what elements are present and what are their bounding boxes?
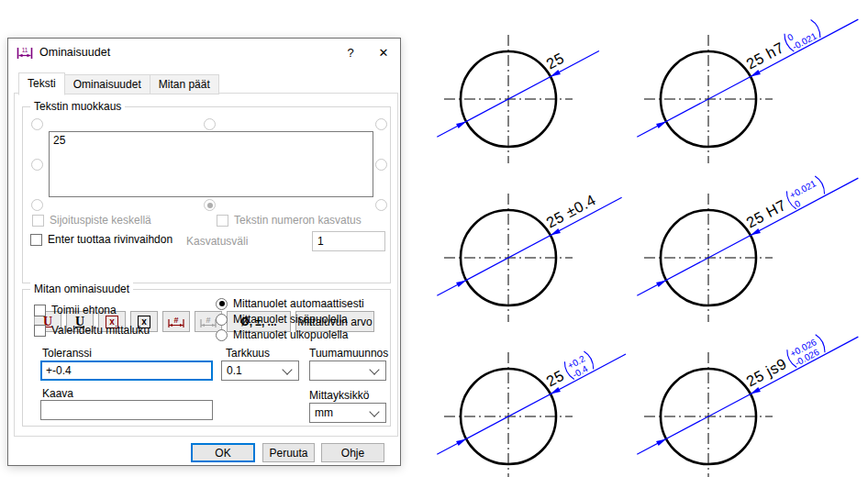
close-icon[interactable]: ✕: [367, 39, 400, 66]
arrows-auto-radio-row[interactable]: Mittanuolet automaattisesti: [216, 297, 364, 310]
dimension-properties-group-label: Mitan ominaisuudet: [30, 283, 133, 295]
tolerance-input[interactable]: [40, 361, 213, 381]
tab-teksti[interactable]: Teksti: [18, 72, 65, 95]
arrows-outside-label: Mittanuolet ulkopuolella: [233, 328, 348, 341]
dimension-properties-group: Mitan ominaisuudet Toimii ehtona Valehde…: [22, 289, 391, 427]
arrows-outside-radio-row[interactable]: Mittanuolet ulkopuolella: [216, 328, 348, 341]
svg-text:+0.021: +0.021: [788, 178, 818, 200]
circle-dim-25h7: 25 h70-0.021: [642, 0, 868, 159]
precision-label: Tarkkuus: [226, 347, 270, 360]
arrows-auto-label: Mittanuolet automaattisesti: [233, 297, 364, 310]
circle-dim-25H7: 25 H7+0.0210: [642, 159, 868, 317]
condition-label: Toimii ehtona: [51, 304, 117, 316]
app-root: { "window": { "title": "Ominaisuudet", "…: [0, 0, 868, 477]
placement-center-label: Sijoituspiste keskellä: [50, 214, 151, 227]
drawing-canvas[interactable]: 25 25 h70-0.021 25 ±0.4 25 H7+0.0210 25+…: [422, 0, 868, 477]
circle-dim-25: 25: [422, 0, 642, 159]
placement-radio-top-right: [375, 118, 387, 130]
enter-newline-checkbox[interactable]: [30, 234, 42, 246]
svg-text:25 js9: 25 js9: [743, 355, 789, 390]
precision-select[interactable]: 0.1: [221, 361, 299, 381]
chevron-down-icon: [369, 364, 379, 374]
arrows-auto-radio[interactable]: [216, 298, 228, 310]
placement-radio-top-left: [31, 118, 43, 130]
text-edit-group: Tekstin muokkaus 25 Sijoituspiste keskel…: [22, 106, 391, 283]
placement-radio-top-center: [204, 118, 216, 130]
condition-checkbox-row[interactable]: Toimii ehtona: [34, 304, 117, 316]
arrows-outside-radio[interactable]: [216, 329, 228, 341]
number-increment-checkbox-row: Tekstin numeron kasvatus: [217, 214, 362, 227]
formula-input[interactable]: [40, 400, 213, 420]
inch-conversion-label: Tuumamuunnos: [309, 347, 388, 360]
dialog-title: Ominaisuudet: [39, 46, 334, 59]
tab-mitan-paat[interactable]: Mitan päät: [150, 74, 219, 94]
placement-center-checkbox-row: Sijoituspiste keskellä: [32, 214, 151, 227]
placement-radio-bottom-center: [204, 199, 216, 211]
svg-text:25 H7: 25 H7: [743, 196, 789, 231]
svg-text:25: 25: [543, 50, 567, 72]
increment-step-label: Kasvatusväli: [186, 235, 248, 248]
tab-ominaisuudet[interactable]: Ominaisuudet: [65, 74, 150, 94]
properties-dialog: 11 Ominaisuudet ? ✕ Teksti Ominaisuudet …: [7, 38, 401, 466]
tabstrip: Teksti Ominaisuudet Mitan päät: [18, 72, 219, 94]
fake-value-checkbox-row[interactable]: Valehdeltu mittaluku: [34, 324, 150, 337]
circle-dim-25tol: 25+0.2-0.4: [422, 317, 642, 477]
svg-text:25 h7: 25 h7: [743, 39, 786, 72]
chevron-down-icon: [282, 364, 292, 374]
dimension-text-input[interactable]: 25: [49, 131, 373, 197]
dialog-help-button[interactable]: ?: [334, 39, 367, 66]
formula-label: Kaava: [42, 387, 73, 400]
arrows-inside-radio-row[interactable]: Mittanuolet sisäpuolella: [216, 313, 348, 326]
svg-text:11: 11: [22, 46, 28, 52]
placement-radio-bottom-left: [31, 199, 43, 211]
condition-checkbox[interactable]: [34, 305, 46, 316]
unit-value: mm: [315, 406, 371, 419]
svg-text:25: 25: [543, 367, 567, 390]
chevron-down-icon: [369, 406, 379, 416]
placement-radio-middle-left: [31, 159, 43, 171]
cancel-button[interactable]: Peruuta: [262, 443, 315, 462]
placement-center-checkbox: [32, 215, 44, 227]
arrows-inside-radio[interactable]: [216, 314, 228, 326]
dimension-icon: 11: [17, 46, 33, 60]
inch-conversion-select[interactable]: [309, 361, 386, 381]
help-button[interactable]: Ohje: [321, 443, 384, 462]
fake-value-checkbox[interactable]: [34, 325, 46, 337]
titlebar[interactable]: 11 Ominaisuudet ? ✕: [8, 39, 400, 66]
ok-button[interactable]: OK: [191, 443, 255, 462]
tolerance-label: Toleranssi: [42, 347, 92, 360]
enter-newline-label: Enter tuottaa rivinvaihdon: [48, 233, 172, 246]
unit-label: Mittayksikkö: [309, 389, 369, 402]
unit-select[interactable]: mm: [309, 403, 386, 423]
number-increment-checkbox: [217, 215, 228, 227]
number-increment-label: Tekstin numeron kasvatus: [234, 214, 362, 227]
placement-radio-bottom-right: [375, 199, 387, 211]
circle-dim-25js9: 25 js9+0.026-0.026: [642, 317, 868, 477]
precision-value: 0.1: [227, 364, 284, 377]
enter-newline-checkbox-row[interactable]: Enter tuottaa rivinvaihdon: [30, 233, 172, 246]
arrows-inside-label: Mittanuolet sisäpuolella: [233, 313, 348, 326]
placement-radio-middle-right: [375, 159, 387, 171]
text-edit-group-label: Tekstin muokkaus: [30, 100, 125, 113]
increment-step-input: [312, 231, 385, 251]
circle-dim-25pm04: 25 ±0.4: [422, 159, 642, 317]
tab-pane: Tekstin muokkaus 25 Sijoituspiste keskel…: [14, 93, 398, 437]
fake-value-label: Valehdeltu mittaluku: [51, 324, 150, 337]
svg-text:-0.021: -0.021: [791, 30, 819, 51]
